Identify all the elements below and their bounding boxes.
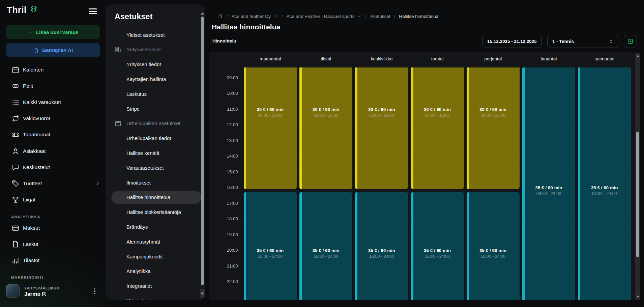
pricing-block-stripe: [522, 67, 525, 300]
sidebar-item-tilastot[interactable]: Tilastot: [0, 252, 106, 269]
settings-item-varausasetukset[interactable]: Varausasetukset: [106, 160, 197, 175]
settings-item-stripe[interactable]: Stripe: [106, 101, 197, 116]
settings-item-label: Analytiikka: [126, 268, 151, 274]
pricing-block-keskiviikko-16[interactable]: 35 € / 60 min16:00 - 24:00: [355, 192, 408, 300]
settings-item-integraatiot[interactable]: Integraatiot: [106, 279, 197, 294]
list-icon: [11, 98, 20, 106]
settings-scroll-down-icon[interactable]: [200, 289, 205, 298]
ticket-icon: [11, 131, 20, 139]
pricing-block-hours: 06:00 - 16:00: [369, 113, 394, 118]
day-header-maanantai: maanantai: [244, 56, 297, 63]
time-label: 11:00: [212, 107, 238, 112]
calendar-scrollbar-thumb[interactable]: [636, 132, 639, 257]
sidebar-item-tuotteet[interactable]: Tuotteet: [0, 175, 106, 192]
add-pricing-button[interactable]: [624, 35, 637, 48]
day-header-tiistai: tiistai: [299, 56, 352, 63]
sidebar-item-label: Vakiovuorot: [23, 115, 50, 121]
settings-panel: Asetukset Yleiset asetuksetYritysasetuks…: [106, 4, 205, 300]
settings-item-ilmoitukset[interactable]: Ilmoitukset: [106, 175, 197, 190]
settings-item-label: Varausasetukset: [126, 165, 164, 171]
settings-item-yleiset-asetukset[interactable]: Yleiset asetukset: [106, 27, 197, 42]
settings-item-laskutus[interactable]: Laskutus: [106, 86, 197, 101]
facility-select[interactable]: 1 - Tennis: [547, 35, 618, 48]
sidebar-item-tapahtumat[interactable]: Tapahtumat: [0, 127, 106, 143]
pricing-block-tiistai-6[interactable]: 30 € / 60 min06:00 - 16:00: [299, 67, 352, 189]
user-avatar[interactable]: [6, 284, 20, 298]
settings-item-k-ytt-jien-hallinta[interactable]: Käyttäjien hallinta: [106, 72, 197, 86]
sidebar-item-keskustelut[interactable]: Keskustelut: [0, 159, 106, 175]
user-role: YRITYSPÄÄLLIKKÖ: [24, 286, 59, 290]
chevron-down-icon[interactable]: [357, 14, 361, 19]
sidebar-item-liigat[interactable]: Liigat: [0, 192, 106, 208]
pricing-block-hours: 16:00 - 24:00: [369, 254, 394, 259]
breadcrumb-item[interactable]: Hallitse hinnoittelua: [399, 14, 438, 19]
repeat-icon: [11, 114, 20, 122]
home-icon[interactable]: [217, 13, 223, 19]
user-menu-kebab-icon[interactable]: [92, 286, 98, 296]
pricing-block-perjantai-6[interactable]: 30 € / 60 min06:00 - 16:00: [467, 67, 520, 189]
calendar-scroll-up-icon[interactable]: [636, 55, 640, 57]
settings-item-kampanjakoodit[interactable]: Kampanjakoodit: [106, 249, 197, 264]
settings-item-yritysasetukset[interactable]: Yritysasetukset: [106, 42, 197, 57]
day-header-lauantai: lauantai: [522, 56, 575, 63]
settings-item-urheilupaikan-asetukset[interactable]: Urheilupaikan asetukset: [106, 116, 197, 131]
user-name: Jarmo P.: [24, 291, 47, 297]
settings-item-label: Urheilupaikan asetukset: [126, 120, 180, 126]
sidebar-item-asiakkaat[interactable]: Asiakkaat: [0, 143, 106, 159]
pricing-block-torstai-6[interactable]: 30 € / 60 min06:00 - 16:00: [411, 67, 464, 189]
settings-item-label: Brändäys: [126, 224, 148, 230]
settings-item-label: Hallitse kenttiä: [126, 150, 159, 156]
settings-item-yrityksen-tiedot[interactable]: Yrityksen tiedot: [106, 57, 197, 72]
settings-item-label: Integraatiot: [126, 283, 152, 289]
settings-scroll-up-icon[interactable]: [200, 12, 205, 15]
settings-item-label: Urheilupaikan tiedot: [126, 135, 171, 141]
settings-item-label: Hallitse hinnoittelua: [126, 194, 170, 200]
sidebar-item-vakiovuorot[interactable]: Vakiovuorot: [0, 110, 106, 127]
pricing-block-stripe: [467, 192, 469, 300]
sidebar-item-laskut[interactable]: Laskut: [0, 236, 106, 252]
settings-scrollbar-thumb[interactable]: [201, 17, 204, 285]
menu-toggle-icon[interactable]: [89, 7, 97, 15]
settings-item-hallitse-blokkeris-nt-j-[interactable]: Hallitse blokkerisääntöjä: [106, 205, 197, 220]
pricing-block-tiistai-16[interactable]: 35 € / 60 min16:00 - 24:00: [299, 192, 352, 300]
settings-item-hallitse-kentti-[interactable]: Hallitse kenttiä: [106, 145, 197, 160]
pricing-block-stripe: [244, 67, 246, 189]
add-booking-button[interactable]: Lisää uusi varaus: [6, 25, 100, 39]
settings-item-analytiikka[interactable]: Analytiikka: [106, 264, 197, 279]
sidebar-item-maksut[interactable]: Maksut: [0, 220, 106, 236]
calendar-scroll-down-icon[interactable]: [636, 296, 640, 298]
day-header-perjantai: perjantai: [467, 56, 520, 63]
breadcrumb-item[interactable]: Ace and feather Oy: [232, 14, 278, 19]
settings-item-alennusryhm-t[interactable]: Alennusryhmät: [106, 234, 197, 249]
pricing-block-price: 30 € / 60 min: [313, 107, 340, 112]
settings-item-br-nd-ys[interactable]: Brändäys: [106, 219, 197, 234]
app-root: Thril Lisää uusi varaus Gameplan AI Kale…: [0, 0, 644, 307]
gameplan-ai-button[interactable]: Gameplan AI: [6, 43, 100, 57]
sidebar-item-label: Asiakkaat: [23, 148, 46, 154]
sidebar-item-pelit[interactable]: Pelit: [0, 78, 106, 94]
settings-item-hallitse-hinnoittelua[interactable]: Hallitse hinnoittelua: [106, 190, 197, 205]
sidebar-item-kalenteri[interactable]: Kalenteri: [0, 62, 106, 78]
time-label: 18:00: [212, 216, 238, 221]
settings-item-label: Laskutus: [126, 91, 147, 97]
app-logo[interactable]: Thril: [7, 5, 27, 15]
settings-item-veloitukset[interactable]: Veloitukset: [106, 293, 197, 300]
pricing-block-maanantai-6[interactable]: 30 € / 60 min06:00 - 16:00: [244, 67, 297, 189]
tag-icon: [11, 179, 20, 188]
pricing-block-torstai-16[interactable]: 35 € / 60 min16:00 - 24:00: [411, 192, 464, 300]
pricing-block-stripe: [355, 67, 357, 189]
pricing-block-maanantai-16[interactable]: 35 € / 60 min16:00 - 24:00: [244, 192, 297, 300]
sidebar-item-kaikki-varaukset[interactable]: Kaikki varaukset: [0, 94, 106, 110]
breadcrumb-item[interactable]: Asetukset: [370, 14, 390, 19]
settings-item-label: Yritysasetukset: [126, 47, 161, 52]
pricing-block-keskiviikko-6[interactable]: 30 € / 60 min06:00 - 16:00: [355, 67, 408, 189]
pricing-subtitle: Hinnoittelu: [212, 38, 236, 44]
breadcrumb-item[interactable]: Ace and Feather | Racquet sports: [287, 14, 362, 19]
date-range-picker[interactable]: 15.12.2025 - 21.12.2025: [482, 35, 542, 48]
pricing-block-perjantai-16[interactable]: 35 € / 60 min16:00 - 24:00: [467, 192, 520, 300]
pricing-block-sunnuntai-8[interactable]: 35 € / 60 min08:00 - 24:00: [578, 67, 631, 300]
pricing-block-lauantai-8[interactable]: 35 € / 60 min08:00 - 24:00: [522, 67, 575, 300]
chevron-down-icon[interactable]: [273, 14, 278, 19]
settings-item-urheilupaikan-tiedot[interactable]: Urheilupaikan tiedot: [106, 131, 197, 146]
sidebar-item-label: Laskut: [23, 241, 38, 247]
